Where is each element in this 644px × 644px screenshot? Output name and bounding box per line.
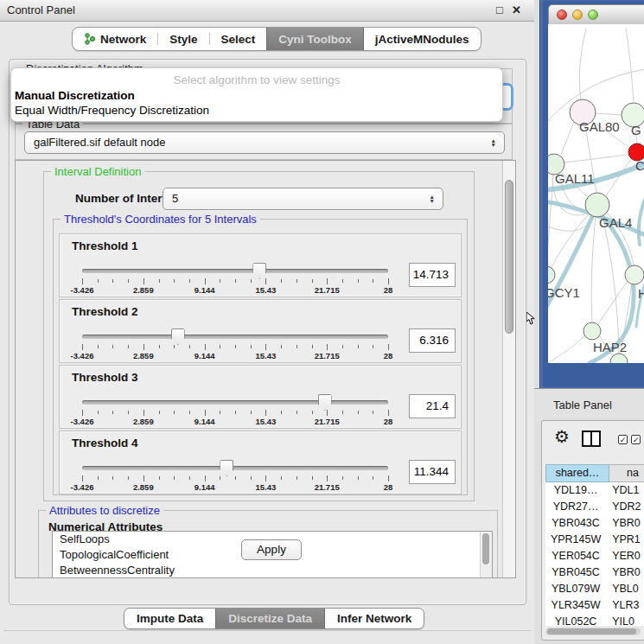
algorithm-dropdown-hint: Select algorithm to view settings xyxy=(11,73,502,86)
column-header-name[interactable]: na xyxy=(609,464,644,482)
algorithm-option-equal-width[interactable]: Equal Width/Frequency Discretization xyxy=(15,104,209,117)
network-node[interactable] xyxy=(610,354,628,363)
slider-tick xyxy=(98,476,99,480)
slider-tick xyxy=(327,475,328,481)
network-edge[interactable] xyxy=(564,155,628,163)
slider-tick-label: 21.715 xyxy=(315,285,340,295)
slider-tick-label: 21.715 xyxy=(315,482,340,492)
slider-track[interactable] xyxy=(82,269,388,273)
network-edge[interactable] xyxy=(579,29,586,100)
slider-tick xyxy=(128,476,129,480)
cell-name: YER0 xyxy=(606,548,644,564)
tab-select[interactable]: Select xyxy=(210,28,267,50)
spinner-arrows-icon: ▲▼ xyxy=(491,138,496,147)
apply-button[interactable]: Apply xyxy=(241,539,302,560)
minimize-window-icon[interactable] xyxy=(572,10,583,20)
slider-thumb[interactable] xyxy=(318,394,332,411)
tab-infer-network[interactable]: Infer Network xyxy=(325,609,424,628)
table-data-select[interactable]: galFiltered.sif default node ▲▼ xyxy=(24,131,505,154)
maximize-window-icon[interactable] xyxy=(588,10,598,20)
network-edge[interactable] xyxy=(548,335,585,363)
table-row[interactable]: YLR345WYLR3 xyxy=(545,597,644,614)
slider-track[interactable] xyxy=(82,466,388,470)
list-scrollbar[interactable] xyxy=(480,532,492,578)
network-node[interactable] xyxy=(585,193,609,217)
threshold-box: Threshold 4-3.4262.8599.14415.4321.71528… xyxy=(59,430,462,494)
attribute-item[interactable]: BetweennessCentrality xyxy=(53,563,492,578)
network-node[interactable] xyxy=(548,266,555,284)
tab-network[interactable]: Network xyxy=(73,28,157,50)
network-window-titlebar[interactable] xyxy=(548,4,644,26)
network-window[interactable]: GAL80GCGAL11GAL4GCY1HHAP2 xyxy=(539,0,644,388)
settings-scrollbar[interactable] xyxy=(502,161,515,577)
float-panel-icon[interactable]: □ xyxy=(496,0,503,21)
table-horizontal-scrollbar[interactable] xyxy=(545,628,641,635)
slider-tick xyxy=(342,411,343,414)
slider-thumb[interactable] xyxy=(171,328,185,345)
cell-shared-name: YER054C xyxy=(545,548,606,564)
settings-scrollbar-thumb[interactable] xyxy=(505,180,513,334)
network-view[interactable]: GAL80GCGAL11GAL4GCY1HHAP2 xyxy=(548,24,644,363)
tab-discretize-data-label: Discretize Data xyxy=(228,612,312,625)
slider-tick xyxy=(235,345,236,348)
threshold-value-field[interactable]: 11.344 xyxy=(409,460,456,484)
number-of-intervals-select[interactable]: 5 ▲▼ xyxy=(163,188,443,210)
spinner-arrows-icon: ▲▼ xyxy=(430,194,435,203)
tab-discretize-data[interactable]: Discretize Data xyxy=(215,609,325,628)
slider-tick xyxy=(112,476,113,480)
slider-tick xyxy=(98,411,99,414)
gear-icon[interactable]: ⚙ xyxy=(554,426,570,447)
algorithm-option-manual[interactable]: Manual Discretization xyxy=(15,89,135,102)
close-panel-icon[interactable]: ✕ xyxy=(512,0,521,21)
checkbox-icon[interactable]: ✓ xyxy=(631,435,641,444)
network-edge[interactable] xyxy=(639,194,644,245)
threshold-value-field[interactable]: 21.4 xyxy=(409,394,456,418)
tab-impute-data[interactable]: Impute Data xyxy=(124,609,215,628)
network-edge[interactable] xyxy=(598,281,628,324)
table-row[interactable]: YPR145WYPR1 xyxy=(545,532,644,548)
slider-tick xyxy=(281,476,282,480)
threshold-box: Threshold 1-3.4262.8599.14415.4321.71528… xyxy=(59,233,462,297)
table-row[interactable]: YDR27…YDR2 xyxy=(545,499,644,515)
table-row[interactable]: YBR043CYBR0 xyxy=(545,515,644,532)
slider-tick xyxy=(281,279,282,283)
slider-tick-label: 28 xyxy=(384,351,393,360)
slider-tick xyxy=(312,345,313,348)
table-row[interactable]: YIL052CYIL0 xyxy=(545,614,644,626)
slider-tick-label: 2.859 xyxy=(133,482,154,492)
list-scrollbar-thumb[interactable] xyxy=(482,533,489,564)
control-panel-tab-bar: Network Style Select Cyni Toolbox jActiv… xyxy=(72,27,481,51)
table-row[interactable]: YBL079WYBL0 xyxy=(545,581,644,597)
slider-tick xyxy=(220,279,220,283)
slider-tick xyxy=(98,279,99,283)
threshold-value-field[interactable]: 14.713 xyxy=(409,263,456,287)
slider-thumb[interactable] xyxy=(220,460,233,476)
column-header-shared-name[interactable]: shared… xyxy=(545,464,609,482)
slider-track[interactable] xyxy=(82,400,388,405)
network-edge[interactable] xyxy=(626,29,634,103)
slider-track[interactable] xyxy=(82,335,388,339)
network-edge[interactable] xyxy=(591,217,596,322)
number-of-intervals-value: 5 xyxy=(172,192,178,205)
network-node[interactable] xyxy=(583,322,601,340)
close-window-icon[interactable] xyxy=(557,10,567,20)
cell-shared-name: YDL19… xyxy=(545,482,606,499)
tab-jactivemnodules[interactable]: jActiveMNodules xyxy=(364,28,481,50)
split-columns-icon[interactable] xyxy=(582,430,601,447)
network-edge[interactable] xyxy=(595,113,622,115)
table-row[interactable]: YBR045CYBR0 xyxy=(545,564,644,581)
network-node[interactable] xyxy=(625,265,644,284)
cell-shared-name: YDR27… xyxy=(545,499,606,515)
slider-tick xyxy=(82,344,83,350)
checkbox-icon[interactable]: ✓ xyxy=(618,435,628,444)
slider-tick-label: 15.43 xyxy=(256,482,277,492)
network-edge[interactable] xyxy=(561,122,574,155)
cell-name: YBR0 xyxy=(606,515,644,532)
table-horizontal-scrollbar-thumb[interactable] xyxy=(547,628,636,634)
table-row[interactable]: YER054CYER0 xyxy=(545,548,644,564)
tab-cyni-toolbox[interactable]: Cyni Toolbox xyxy=(266,28,364,50)
slider-thumb[interactable] xyxy=(252,263,266,279)
tab-style[interactable]: Style xyxy=(158,28,208,50)
table-row[interactable]: YDL19…YDL1 xyxy=(545,482,644,499)
threshold-value-field[interactable]: 6.316 xyxy=(409,328,456,353)
